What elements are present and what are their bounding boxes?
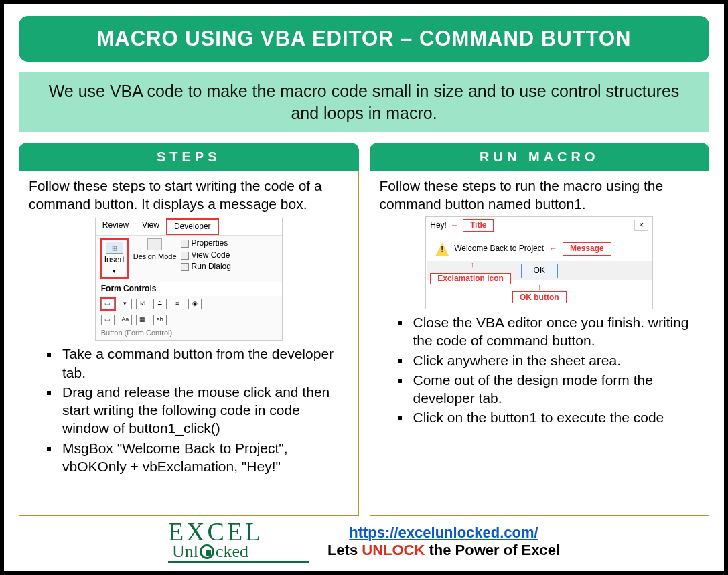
run-body: Follow these steps to run the macro usin… [370,171,710,516]
run-intro: Follow these steps to run the macro usin… [380,177,700,214]
message-label: Message [563,242,611,256]
tab-view: View [135,218,166,236]
logo-top: EXCEL [168,520,309,543]
logo: EXCEL Unlcked [168,520,309,563]
viewcode-item: View Code [181,250,231,261]
footer-tagline: Lets UNLOCK the Power of Excel [327,542,560,559]
list-item: Take a command button from the developer… [60,345,349,382]
combo-control-icon: ▾ [119,299,132,309]
close-icon: × [634,220,648,232]
msgbox-title-text: Hey! [430,220,447,231]
footer: EXCEL Unlcked https://excelunlocked.com/… [19,516,709,563]
steps-list: Take a command button from the developer… [29,345,349,475]
form-controls-label: Form Controls [96,282,282,296]
list-item: Click on the button1 to execute the code [411,408,700,426]
option-control-icon: ◉ [188,299,202,309]
run-header: RUN MACRO [370,143,710,171]
arrow-icon: ← [451,220,459,231]
list-control-icon: ≡ [171,299,184,309]
ctrl-icon: ▭ [101,315,115,325]
ctrl-icon: ▦ [136,315,149,325]
list-item: Drag and release the mouse click and the… [60,383,349,438]
rundialog-icon [181,263,189,271]
page-subtitle: We use VBA code to make the macro code s… [19,72,709,132]
lock-icon [200,544,214,559]
list-item: Click anywhere in the sheet area. [411,351,700,369]
design-mode: Design Mode [133,238,177,261]
rundialog-item: Run Dialog [181,262,231,272]
ctrl-icon: Aa [119,315,132,325]
form-controls-row-2: ▭ Aa ▦ ab [96,312,282,328]
steps-intro: Follow these steps to start writing the … [29,177,349,214]
insert-label: Insert [104,255,125,264]
title-label: Title [463,219,494,232]
page-title: MACRO USING VBA EDITOR – COMMAND BUTTON [19,16,709,62]
ctrl-icon: ab [153,315,167,325]
properties-icon [181,240,189,248]
form-controls-row: ▭ ▾ ☑ ≑ ≡ ◉ [96,296,282,312]
list-item: MsgBox "Welcome Back to Project", vbOKOn… [60,439,349,476]
steps-column: STEPS Follow these steps to start writin… [19,143,359,516]
arrow-icon: ← [549,244,557,254]
steps-body: Follow these steps to start writing the … [19,171,359,516]
insert-icon: ⊞ [106,242,123,254]
ribbon-tabs: Review View Developer [96,218,282,236]
columns: STEPS Follow these steps to start writin… [19,143,709,516]
run-column: RUN MACRO Follow these steps to run the … [370,143,710,516]
form-caption: Button (Form Control) [96,328,282,340]
footer-link[interactable]: https://excelunlocked.com/ [349,524,538,541]
spin-control-icon: ≑ [153,299,167,309]
design-icon [147,238,162,250]
steps-header: STEPS [19,143,359,171]
ok-label: OK button [512,291,567,303]
properties-item: Properties [181,238,231,249]
insert-button: ⊞ Insert▾ [100,238,129,279]
list-item: Come out of the design mode form the dev… [411,371,700,408]
button-control-icon: ▭ [101,299,115,309]
msgbox-screenshot: Hey! ← Title × ! Welcome Back to Project… [425,216,653,309]
msgbox-message: Welcome Back to Project [454,244,544,254]
run-list: Close the VBA editor once you finish. wr… [380,313,700,427]
tab-developer: Developer [166,218,219,236]
check-control-icon: ☑ [136,299,149,309]
exclamation-icon: ! [435,242,449,256]
ok-button: OK [521,264,558,278]
list-item: Close the VBA editor once you finish. wr… [411,313,700,350]
logo-underline [168,561,309,563]
tab-review: Review [96,218,135,236]
ribbon-screenshot: Review View Developer ⊞ Insert▾ Design M… [95,218,283,341]
viewcode-icon [181,252,189,260]
logo-bottom: Unlcked [172,544,309,559]
arrow-icon: ↑ [471,260,475,269]
icon-label: Exclamation icon [430,273,511,284]
